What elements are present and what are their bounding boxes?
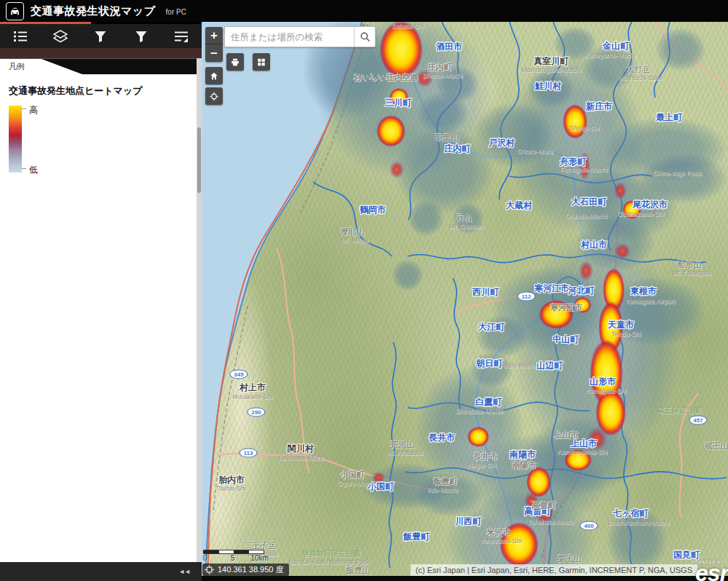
map-label: 小国町: [341, 470, 365, 481]
map-label: 山形市: [590, 376, 616, 388]
locate-button[interactable]: [205, 87, 223, 105]
map-label: Yamagata Airport: [625, 298, 676, 305]
map-label: Mt. Funagata: [672, 269, 711, 277]
map-label: 大打岳: [627, 64, 651, 75]
map-label: 胎内市: [218, 474, 245, 486]
map-label: 蔵王国定公園: [657, 406, 701, 416]
map-label: Iide-Machi: [427, 486, 458, 494]
map-label: Shirataka-Machi: [455, 408, 502, 415]
zoom-out-button[interactable]: −: [205, 44, 223, 62]
collapse-sidebar-button[interactable]: ◄◄: [174, 567, 194, 576]
widget-toolbar: [0, 24, 202, 48]
map-label: Murakami-Shi: [232, 393, 273, 400]
query-list-icon[interactable]: [165, 25, 197, 47]
coordinate-readout: 140.361 38.950 度: [218, 564, 284, 575]
esri-logo[interactable]: POWERED BY esri: [692, 560, 728, 581]
map-label: O'kura-Mura: [517, 148, 553, 155]
map-label: Sekikawa-Mura: [278, 454, 323, 462]
map-label: 南陽市: [510, 448, 536, 461]
map-label: Mamurogawa-Machi: [521, 66, 581, 74]
route-shield: 345: [229, 370, 248, 379]
sidebar-footer: ◄◄: [0, 562, 202, 581]
map-label: 鮭川村: [535, 80, 561, 92]
map-label: 飯豊町: [403, 531, 430, 543]
map-label: Shinjo-Shi: [569, 125, 599, 132]
map-label: 金山町: [603, 40, 629, 52]
basemap-gallery-button[interactable]: [253, 53, 270, 71]
map-label: 酒田市: [436, 41, 462, 53]
map-label: Sakata-Shi: [392, 23, 424, 30]
map-label: Nagai-Shi: [467, 462, 496, 469]
layers-icon[interactable]: [44, 25, 76, 47]
map-label: 西川町: [472, 286, 499, 299]
filter-icon[interactable]: [84, 25, 116, 47]
header-accent-bar: [0, 22, 91, 24]
map-label: 飯豊山: [347, 565, 371, 576]
map-label: 三川町: [385, 97, 411, 109]
map-label: 摩耶山: [341, 226, 365, 237]
app-header: 交通事故発生状況マップ for PC: [0, 0, 728, 22]
map-label: 寒河江市: [550, 302, 582, 313]
map-label: Takahata-Machi: [528, 518, 574, 526]
search-icon[interactable]: [354, 27, 375, 47]
map-label: 白鷹町: [475, 396, 502, 408]
esri-brand: esri: [695, 560, 728, 581]
map-label: 山辺町: [537, 360, 563, 372]
map-label: 寒河江市: [534, 282, 569, 295]
legend-panel: 凡例 交通事故発生地点ヒートマップ 高 低: [0, 58, 197, 563]
map-label: 尾花沢市: [633, 199, 668, 211]
map-bottom-strip: [202, 576, 728, 581]
map-label: Tainai-Shi: [217, 485, 246, 492]
sidebar-scrollbar[interactable]: [197, 58, 202, 562]
map-label: Tendo-Shi: [612, 331, 641, 338]
map-label: Yonezawa-Shi: [480, 537, 521, 545]
map-label: 真室川町: [534, 55, 569, 68]
filter-icon-2[interactable]: [125, 25, 157, 47]
map-label: 戸沢村: [488, 137, 515, 149]
route-shield: 290: [247, 408, 265, 417]
toolbar-sub-strip: [0, 48, 202, 58]
heatmap-legend: 高 低: [9, 106, 51, 173]
map-canvas[interactable]: 酒田市金山町鮭川村新庄市最上町戸沢村庄内町三川町鶴岡市大蔵村舟形町大石田町尾花沢…: [202, 22, 728, 581]
scale-bar: 0 5 10km: [203, 550, 264, 563]
map-label: 川西町: [455, 515, 481, 528]
legend-low-label: 低: [29, 164, 38, 176]
home-button[interactable]: [205, 67, 223, 84]
map-label: Mt. Huchi-dake: [619, 74, 663, 82]
map-label-layer: 酒田市金山町鮭川村新庄市最上町戸沢村庄内町三川町鶴岡市大蔵村舟形町大石田町尾花沢…: [202, 22, 728, 581]
map-label: 栗子山: [558, 553, 582, 564]
zoom-in-button[interactable]: +: [205, 27, 223, 44]
map-label: 羽黒山: [435, 133, 459, 143]
heatmap-gradient-bar: [9, 106, 22, 173]
map-label: Shichikashuku-Machi: [607, 519, 669, 526]
map-label: 上山市: [555, 430, 579, 440]
map-label: 飯豊町: [434, 476, 458, 487]
legend-tab-row: 凡例: [0, 59, 197, 74]
legend-layer-title: 交通事故発生地点ヒートマップ: [9, 84, 188, 98]
map-label: 新庄市: [586, 100, 612, 113]
print-button[interactable]: [226, 53, 244, 71]
map-label: 長井市: [429, 432, 455, 444]
map-label: 大石田町: [571, 196, 606, 208]
crosshair-icon[interactable]: [205, 565, 214, 574]
map-label: Okina-toge Pass: [653, 170, 702, 177]
map-label: 大江町: [478, 321, 505, 333]
map-label: Bandai-Asahi National Park: [289, 558, 369, 566]
map-label: Mt. Arasawa: [387, 449, 423, 456]
map-label: Yamagata-Shi: [585, 387, 626, 395]
legend-list-icon[interactable]: [4, 25, 36, 47]
map-tiles: 酒田市金山町鮭川村新庄市最上町戸沢村庄内町三川町鶴岡市大蔵村舟形町大石田町尾花沢…: [202, 22, 728, 581]
search-input[interactable]: [225, 32, 354, 42]
legend-high-label: 高: [29, 104, 38, 116]
search-box: [224, 26, 376, 47]
map-label: 最上町: [656, 111, 682, 124]
map-label: 国見町: [673, 549, 700, 561]
page-title: 交通事故発生状況マップ: [31, 4, 156, 18]
map-label: Oguni-Machi: [337, 480, 374, 487]
sidebar-scrollbar-thumb[interactable]: [197, 127, 201, 193]
car-icon: [6, 2, 24, 20]
map-label: Oishida-Machi: [565, 213, 607, 220]
legend-tab[interactable]: 凡例: [9, 61, 25, 72]
app-mode-label: for PC: [166, 8, 186, 16]
map-label: 七ヶ宿町: [613, 507, 648, 520]
